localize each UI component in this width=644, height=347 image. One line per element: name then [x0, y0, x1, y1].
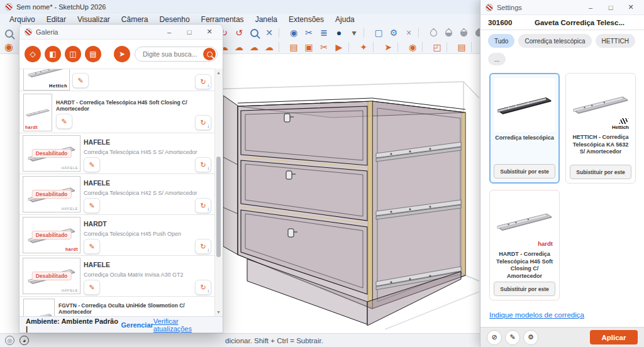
scroll-up-icon[interactable]: ▲ [216, 70, 221, 75]
settings-gear-icon[interactable]: ⚙ [386, 26, 401, 40]
scrollbar[interactable]: ▲ ▼ [214, 69, 223, 316]
download-icon[interactable]: ↻↓ [195, 74, 211, 89]
style-half-icon[interactable] [441, 26, 456, 40]
minimize-icon[interactable]: – [161, 28, 177, 36]
notes-icon[interactable]: ✎ [84, 280, 100, 295]
list-item[interactable]: Desabilitado HÄFELE HAFELE Corrediça Ocu… [19, 256, 216, 297]
user-account-icon[interactable]: ● [331, 26, 347, 40]
replacement-card[interactable]: hardt HARDT - Corrediça Telescópica H45 … [489, 190, 560, 300]
edit-pencil-icon[interactable]: ✎ [505, 330, 520, 345]
menu-visualizar[interactable]: Visualizar [72, 15, 116, 24]
close-x-icon[interactable]: × [401, 26, 416, 40]
render-image-icon[interactable]: ▤ [286, 40, 301, 54]
download-icon[interactable]: ↻↓ [195, 239, 211, 254]
gallery-materials-icon[interactable]: ◧ [45, 46, 61, 62]
style-threequarter-icon[interactable] [456, 26, 471, 40]
cloud-remove-icon[interactable]: ☁ [262, 40, 277, 54]
geolocation-icon[interactable]: ◎ [5, 336, 14, 345]
aplicar-button[interactable]: Aplicar [590, 330, 638, 344]
close-icon[interactable]: ✕ [623, 3, 639, 11]
gerenciar-link[interactable]: Gerenciar [121, 321, 153, 329]
minimize-icon[interactable]: – [582, 4, 599, 11]
copy-pages-icon[interactable]: ▣ [301, 40, 316, 54]
menu-ajuda[interactable]: Ajuda [330, 15, 360, 24]
gear-icon[interactable]: ⚙ [523, 330, 538, 345]
open-folder-icon[interactable]: ▢ [371, 26, 386, 40]
orbit-icon[interactable]: ↺ [231, 26, 247, 40]
notes-icon[interactable]: ✎ [84, 239, 100, 254]
neighbor-cabinet[interactable] [223, 96, 238, 255]
chip-tudo[interactable]: Tudo [488, 34, 514, 48]
menu-desenho[interactable]: Desenho [154, 15, 196, 24]
chip-corredica-telescopica[interactable]: Corrediça telescópica [518, 34, 591, 48]
list-item[interactable]: Desabilitado HÄFELE HAFELE Corrediça Tel… [19, 174, 216, 215]
gallery-3d-icon[interactable]: ◇ [25, 46, 41, 62]
download-icon[interactable]: ↻↓ [195, 157, 211, 172]
cursor-star-icon[interactable]: ➤ [380, 40, 396, 54]
box-3d-icon[interactable]: ◰ [430, 40, 445, 54]
zoom-tool-icon[interactable] [1, 26, 16, 40]
download-icon[interactable]: ↻↓ [195, 115, 211, 130]
download-icon[interactable]: ↻↓ [195, 198, 211, 213]
list-item[interactable]: Desabilitado hardt HARDT Corrediça Teles… [19, 215, 216, 256]
rocket-icon[interactable]: ➤ [114, 46, 130, 62]
gallery-layout-icon[interactable]: ▤ [85, 46, 101, 62]
verificar-atualizacoes-link[interactable]: Verificar atualizações [153, 317, 216, 333]
video-camera-icon[interactable]: ▶ [331, 40, 347, 54]
maximize-icon[interactable]: □ [602, 4, 619, 11]
model-settings-icon[interactable]: ◉ [286, 26, 301, 40]
search-input[interactable] [142, 50, 203, 58]
menu-extensoes[interactable]: Extensões [283, 15, 330, 24]
zoom-extents-icon[interactable]: ✕ [262, 26, 277, 40]
search-icon[interactable] [203, 48, 216, 60]
settings-titlebar[interactable]: Settings – □ ✕ [480, 0, 644, 15]
scrollbar-thumb[interactable] [216, 157, 221, 257]
film-reel-icon[interactable]: ◉ [405, 40, 420, 54]
list-item[interactable]: FGVTN FGVTN - Corrediça Oculta UniHide S… [19, 297, 216, 316]
list-item[interactable]: hardt HARDT - Corrediça Telescópica H45 … [19, 91, 216, 133]
cabinet-model[interactable] [238, 98, 465, 326]
disable-icon[interactable]: ⊘ [487, 330, 502, 345]
menu-janela[interactable]: Janela [250, 15, 283, 24]
scroll-down-icon[interactable]: ▼ [216, 310, 221, 314]
replacement-card[interactable]: Corrediça telescópica Subistituir por es… [489, 73, 560, 184]
gallery-panels-icon[interactable]: ◫ [65, 46, 81, 62]
galeria-titlebar[interactable]: Galeria – □ ✕ [19, 25, 223, 40]
user-menu-caret-icon[interactable]: ▾ [347, 26, 362, 40]
drawer-1[interactable] [241, 106, 367, 165]
notes-icon[interactable]: ✎ [72, 73, 89, 88]
download-icon[interactable]: ↻↓ [195, 280, 211, 295]
menu-camera[interactable]: Câmera [116, 15, 154, 24]
chip-more[interactable]: ... [488, 53, 506, 65]
substituir-button[interactable]: Subistituir por este [570, 165, 631, 179]
card-label: HETTICH - Corrediça Telescópica KA 5632 … [570, 134, 631, 156]
flashlight-icon[interactable]: ✦ [356, 40, 371, 54]
main-titlebar[interactable]: Sem nome* - SketchUp 2026 [0, 0, 480, 14]
orange-tool-icon[interactable]: ◉ [1, 40, 16, 54]
zoom-icon[interactable] [247, 26, 262, 40]
chip-hettich[interactable]: HETTICH [596, 34, 635, 48]
substituir-button[interactable]: Subistituir por este [494, 282, 555, 296]
notes-icon[interactable]: ✎ [84, 198, 100, 213]
credits-icon[interactable]: ◕ [19, 336, 29, 345]
style-empty-icon[interactable] [426, 26, 441, 40]
menu-editar[interactable]: Editar [41, 15, 72, 24]
cloud-user-icon[interactable]: ☁ [247, 40, 262, 54]
notes-icon[interactable]: ✎ [84, 157, 100, 172]
cut-scissors-icon[interactable]: ✂ [316, 40, 331, 54]
maximize-icon[interactable]: □ [181, 28, 197, 36]
substituir-button[interactable]: Subistituir por este [494, 164, 555, 179]
layers-stack-icon[interactable]: ≣ [316, 26, 331, 40]
stack-panels-icon[interactable]: ▤ [454, 40, 469, 54]
menu-ferramentas[interactable]: Ferramentas [196, 15, 250, 24]
list-item[interactable]: Desabilitado HÄFELE HAFELE Corrediça Tel… [19, 133, 216, 174]
filter-chips: Tudo Corrediça telescópica HETTICH [488, 34, 635, 48]
notes-icon[interactable]: ✎ [56, 114, 72, 129]
indicar-modelos-link[interactable]: Indique modelos de corrediça [489, 311, 584, 319]
close-icon[interactable]: ✕ [201, 28, 218, 36]
menu-arquivo[interactable]: Arquivo [4, 15, 41, 24]
purge-model-icon[interactable]: ✂ [301, 26, 316, 40]
cloud-download-icon[interactable]: ☁ [231, 40, 247, 54]
replacement-card[interactable]: Hettich HETTICH - Corrediça Telescópica … [565, 73, 636, 184]
list-item[interactable]: Hettich ✎ ↻↓ [19, 69, 216, 91]
